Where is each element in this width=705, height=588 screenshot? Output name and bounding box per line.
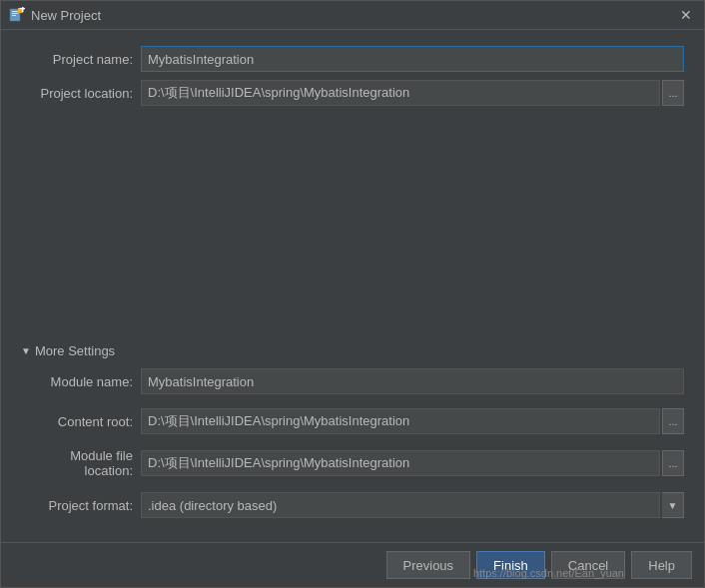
module-file-location-browse-button[interactable]: ... bbox=[662, 450, 684, 476]
project-location-label: Project location: bbox=[21, 86, 141, 101]
new-project-icon: + bbox=[9, 7, 25, 23]
module-name-row: Module name: bbox=[21, 368, 684, 394]
more-settings-header[interactable]: ▼ More Settings bbox=[21, 343, 684, 358]
content-root-row: Content root: ... bbox=[21, 408, 684, 434]
new-project-dialog: + New Project ✕ Project name: Project lo… bbox=[0, 0, 705, 588]
project-name-row: Project name: bbox=[21, 46, 684, 72]
project-format-select-wrapper: .idea (directory based) ▼ bbox=[141, 492, 684, 518]
project-location-input[interactable] bbox=[141, 80, 660, 106]
module-name-label: Module name: bbox=[21, 374, 141, 389]
spacer bbox=[21, 114, 684, 343]
content-root-input-wrapper: ... bbox=[141, 408, 684, 434]
svg-text:+: + bbox=[19, 7, 25, 16]
module-file-location-input[interactable] bbox=[141, 450, 660, 476]
project-location-browse-button[interactable]: ... bbox=[662, 80, 684, 106]
svg-rect-1 bbox=[12, 11, 18, 12]
select-dropdown-arrow-icon: ▼ bbox=[662, 492, 684, 518]
svg-rect-2 bbox=[12, 13, 18, 14]
finish-button[interactable]: Finish bbox=[476, 551, 545, 579]
content-root-input[interactable] bbox=[141, 408, 660, 434]
project-format-label: Project format: bbox=[21, 498, 141, 513]
more-settings-section: ▼ More Settings Module name: Content roo bbox=[21, 343, 684, 534]
module-name-input[interactable] bbox=[141, 368, 684, 394]
module-file-location-label: Module file location: bbox=[21, 448, 141, 478]
project-name-label: Project name: bbox=[21, 52, 141, 67]
project-format-select[interactable]: .idea (directory based) bbox=[141, 492, 660, 518]
help-button[interactable]: Help bbox=[631, 551, 692, 579]
module-file-location-row: Module file location: ... bbox=[21, 448, 684, 478]
close-button[interactable]: ✕ bbox=[676, 8, 696, 22]
content-root-browse-button[interactable]: ... bbox=[662, 408, 684, 434]
more-settings-label: More Settings bbox=[35, 343, 115, 358]
project-location-input-wrapper: ... bbox=[141, 80, 684, 106]
previous-button[interactable]: Previous bbox=[386, 551, 471, 579]
module-file-location-input-wrapper: ... bbox=[141, 450, 684, 476]
more-settings-body: Module name: Content root: ... bbox=[21, 368, 684, 526]
project-name-input[interactable] bbox=[141, 46, 684, 72]
project-location-row: Project location: ... bbox=[21, 80, 684, 106]
project-format-row: Project format: .idea (directory based) … bbox=[21, 492, 684, 518]
dialog-content: Project name: Project location: ... ▼ Mo… bbox=[1, 30, 704, 542]
dialog-footer: Previous Finish Cancel Help bbox=[1, 542, 704, 587]
svg-rect-3 bbox=[12, 15, 16, 16]
module-name-input-wrapper bbox=[141, 368, 684, 394]
cancel-button[interactable]: Cancel bbox=[551, 551, 625, 579]
content-root-label: Content root: bbox=[21, 414, 141, 429]
title-bar: + New Project ✕ bbox=[1, 1, 704, 30]
collapse-triangle-icon: ▼ bbox=[21, 345, 31, 356]
project-name-input-wrapper bbox=[141, 46, 684, 72]
dialog-title: New Project bbox=[31, 8, 670, 23]
